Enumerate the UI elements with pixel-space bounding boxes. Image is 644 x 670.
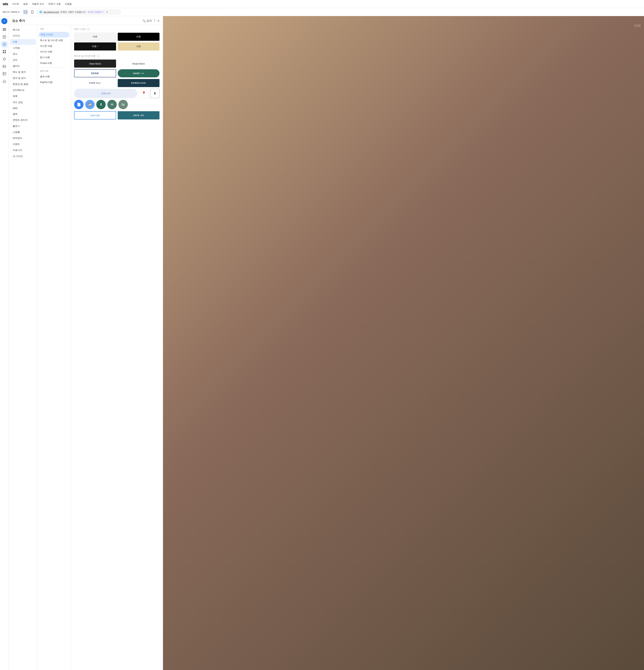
cat-video-music[interactable]: 동영상 및 음원 (10, 81, 36, 87)
svg-rect-5 (3, 28, 6, 29)
nav-help[interactable]: 도움말 (65, 2, 72, 5)
cat-code[interactable]: 코드 삽입 (10, 99, 36, 105)
cat-box[interactable]: 상자 (10, 57, 36, 63)
sidebar-layers-button[interactable] (1, 26, 8, 33)
cat-shop[interactable]: 쇼핑몰 (10, 129, 36, 135)
cat-payment[interactable]: 결제 (10, 111, 36, 117)
panel-close-button[interactable]: ✕ (157, 19, 160, 23)
cat-list[interactable]: 목록 (10, 93, 36, 99)
sub-icon-btn[interactable]: 아이콘 버튼 (37, 43, 71, 49)
canvas-content: out (163, 16, 644, 670)
btn-view-all[interactable]: VIEW ALL (74, 79, 116, 87)
svg-rect-16 (5, 50, 6, 51)
domain-connect-button[interactable]: 도메인 연결하기 (88, 11, 104, 14)
btn-circle-mail[interactable]: ✉ (107, 100, 117, 109)
svg-rect-17 (3, 52, 4, 53)
btn-circle-up[interactable]: ⬆ (96, 100, 106, 109)
btn-join-us[interactable]: JOIN US (74, 89, 137, 98)
cat-community[interactable]: 커뮤니티 (10, 147, 36, 153)
btn-preview-black[interactable]: 버튼 (118, 33, 160, 41)
view-more-row: View More Read More (74, 59, 160, 68)
cat-button[interactable]: 버튼 (10, 39, 36, 45)
sub-paypal-btn[interactable]: PayPal 버튼 (37, 80, 71, 85)
sidebar-table-button[interactable] (1, 70, 8, 77)
recommended-design-header: 추천 디자인 i (74, 28, 160, 31)
nav-settings[interactable]: 설정 (23, 2, 28, 5)
domain-close-button[interactable]: ✕ (106, 11, 108, 13)
cat-text[interactable]: 텍스트 (10, 27, 36, 33)
btn-shop[interactable]: SHOP ⟶ (118, 69, 160, 77)
svg-rect-0 (24, 11, 27, 13)
cat-events[interactable]: 이벤트 (10, 142, 36, 147)
sub-itunes-btn[interactable]: iTunes 버튼 (37, 61, 71, 66)
btn-join-us-teal[interactable]: JOIN US (118, 111, 160, 119)
sub-divider (40, 67, 68, 68)
icon-circles-row: 📄 🏠 ⬆ ✉ 🛍 (74, 100, 160, 109)
join-icons-row: JOIN US 📍 ⬇ (74, 89, 160, 98)
domain-link[interactable]: wix-dummy.com (43, 11, 59, 13)
sub-recommended[interactable]: 추천 디자인 (39, 32, 69, 38)
category-column: 텍스트 이미지 버튼 스트립 장식 상자 갤러리 메뉴 및 앵커 문의 및 양식… (9, 25, 37, 670)
btn-circle-bag[interactable]: 🛍 (118, 100, 128, 109)
sub-checkout-btn[interactable]: 결제 버튼 (37, 74, 71, 80)
nav-devmode[interactable]: 개발자 모드 (32, 2, 44, 5)
text-icon-design-title: 텍스트 및 아이콘 버튼 (74, 54, 96, 57)
cat-gallery[interactable]: 갤러리 (10, 63, 36, 69)
cat-my-design[interactable]: 내 디자인 (10, 153, 36, 159)
nav-site[interactable]: 사이트 (12, 2, 19, 5)
cat-strip[interactable]: 스트립 (10, 45, 36, 51)
sub-text-icon-btn[interactable]: 텍스트 및 아이콘 버튼 (37, 38, 71, 43)
btn-preview-tan[interactable]: 버튼 (118, 42, 160, 51)
canvas-text-out: out (634, 23, 641, 28)
wix-logo: wix (3, 2, 8, 6)
btn-preview-white[interactable]: 버튼 (74, 33, 116, 41)
btn-circle-home[interactable]: 🏠 (85, 100, 95, 109)
btn-map-icon[interactable]: 📍 (139, 89, 148, 98)
sidebar-media-button[interactable] (1, 63, 8, 70)
sidebar-pages-button[interactable] (1, 34, 8, 40)
cat-cms[interactable]: 콘텐츠 관리자 (10, 117, 36, 123)
page-label: 페이지: Home (3, 11, 17, 14)
btn-lets-go[interactable]: Let's Go (74, 111, 116, 119)
mobile-view-button[interactable] (29, 9, 35, 15)
page-selector[interactable]: 페이지: Home ▾ (3, 11, 19, 14)
globe-icon: 🌐 (39, 11, 42, 13)
btn-circle-doc[interactable]: 📄 (74, 100, 83, 109)
cat-image[interactable]: 이미지 (10, 33, 36, 39)
svg-rect-15 (3, 50, 4, 51)
btn-preview-black-arrow[interactable]: 버튼 › (74, 42, 116, 51)
recommended-design-info-icon[interactable]: i (87, 28, 90, 30)
nav-hire[interactable]: 전문가 고용 (48, 2, 61, 5)
design-column: 추천 디자인 i 버튼 버튼 버튼 › 버튼 텍스트 및 아이콘 버튼 i (71, 25, 163, 670)
sub-section-title: 버튼 (37, 27, 71, 32)
add-element-button[interactable]: + (1, 18, 8, 24)
sidebar-add-button[interactable] (1, 41, 8, 48)
cat-menu-anchor[interactable]: 메뉴 및 앵커 (10, 69, 36, 75)
btn-download[interactable]: DOWNLOAD (118, 79, 160, 87)
btn-send[interactable]: SEND (74, 69, 116, 77)
letsgo-joinus-row: Let's Go JOIN US (74, 111, 160, 119)
desktop-view-button[interactable] (23, 9, 28, 15)
cat-decoration[interactable]: 장식 (10, 51, 36, 57)
cat-booking[interactable]: 예약관리 (10, 135, 36, 141)
btn-read-more[interactable]: Read More (118, 59, 160, 68)
recommended-design-section: 추천 디자인 i 버튼 버튼 버튼 › 버튼 (74, 28, 160, 51)
btn-view-more[interactable]: View More (74, 59, 116, 68)
payment-section-title: 결제 버튼 (37, 69, 71, 74)
device-icons (23, 9, 35, 15)
cat-contact-form[interactable]: 문의 및 양식 (10, 75, 36, 81)
panel-help-button[interactable]: ? (154, 19, 155, 22)
btn-download-icon[interactable]: ⬇ (150, 89, 160, 98)
panel-header-actions: 🔍 검색 ? ✕ (143, 19, 160, 23)
panel-title: 요소 추가 (12, 19, 25, 23)
cat-interactive[interactable]: 인터랙티브 (10, 88, 36, 93)
sidebar-puzzle-button[interactable] (1, 56, 8, 63)
sub-image-btn[interactable]: 이미지 버튼 (37, 49, 71, 55)
text-icon-design-info-icon[interactable]: i (97, 55, 99, 57)
sub-doc-btn[interactable]: 문서 버튼 (37, 55, 71, 61)
cat-sns[interactable]: SNS (10, 106, 36, 111)
panel-search-button[interactable]: 🔍 검색 (143, 19, 152, 23)
sidebar-home-button[interactable] (1, 78, 8, 84)
sidebar-apps-button[interactable] (1, 48, 8, 55)
cat-blog[interactable]: 블로그 (10, 123, 36, 129)
